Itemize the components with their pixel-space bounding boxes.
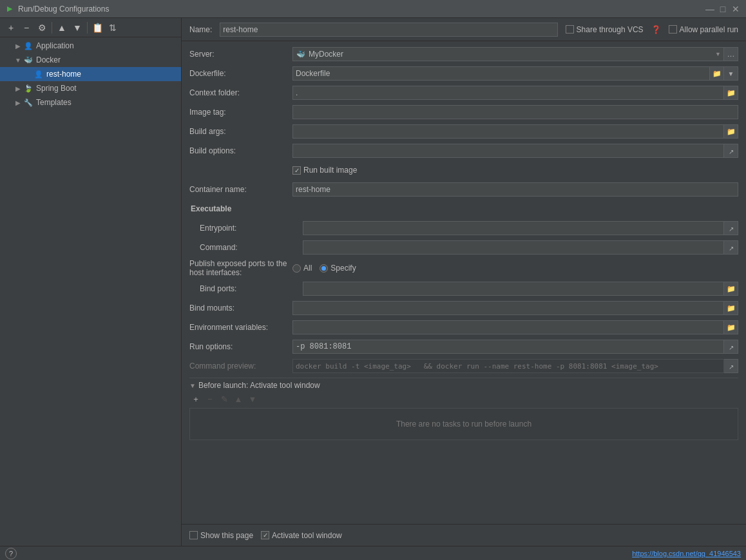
build-args-browse-button[interactable]: 📁 — [724, 124, 738, 139]
container-name-input[interactable] — [292, 182, 738, 197]
command-expand-button[interactable]: ↗ — [724, 240, 738, 255]
server-row: Server: 🐳 MyDocker ▼ … — [189, 46, 738, 62]
application-arrow: ▶ — [13, 41, 23, 51]
dockerfile-input[interactable] — [292, 66, 710, 81]
bind-mounts-browse-button[interactable]: 📁 — [724, 301, 738, 315]
remove-config-button[interactable]: − — [19, 21, 33, 35]
docker-arrow: ▼ — [13, 55, 23, 65]
context-folder-browse-button[interactable]: 📁 — [724, 86, 738, 100]
show-page-checkbox-label[interactable]: Show this page — [189, 531, 253, 540]
before-launch-down-button[interactable]: ▼ — [246, 392, 259, 405]
move-down-button[interactable]: ▼ — [70, 21, 84, 35]
gear-button[interactable]: ⚙ — [35, 21, 49, 35]
command-preview-input-area: ↗ — [292, 359, 738, 373]
before-launch-add-button[interactable]: + — [189, 392, 202, 405]
copy-config-button[interactable]: 📋 — [90, 21, 104, 35]
before-launch-header[interactable]: ▼ Before launch: Activate tool window — [189, 381, 738, 390]
server-docker-icon: 🐳 — [296, 49, 306, 59]
port-specify-radio[interactable] — [320, 264, 328, 273]
sidebar-item-docker[interactable]: ▼ 🐳 Docker — [0, 53, 181, 67]
server-dropdown-arrow: ▼ — [715, 51, 721, 57]
publish-ports-label: Publish exposed ports to the host interf… — [189, 259, 292, 277]
entrypoint-expand-button[interactable]: ↗ — [724, 221, 738, 235]
parallel-run-checkbox[interactable] — [669, 25, 677, 34]
name-label: Name: — [189, 25, 212, 34]
port-specify-text: Specify — [330, 264, 356, 273]
before-launch-empty-message: There are no tasks to run before launch — [189, 408, 738, 440]
build-args-label: Build args: — [189, 127, 292, 136]
show-page-checkbox[interactable] — [189, 531, 198, 539]
image-tag-row: Image tag: — [189, 104, 738, 120]
executable-label: Executable — [189, 204, 231, 213]
bind-mounts-label: Bind mounts: — [189, 304, 292, 313]
env-vars-input[interactable] — [292, 320, 724, 334]
sidebar-item-templates[interactable]: ▶ 🔧 Templates — [0, 95, 181, 110]
status-link[interactable]: https://blog.csdn.net/qq_41946543 — [632, 550, 741, 557]
run-built-image-checkbox-label[interactable]: ✓ Run built image — [292, 166, 357, 175]
run-options-expand-button[interactable]: ↗ — [724, 340, 738, 354]
title-bar-controls: — □ ✕ — [705, 4, 741, 14]
env-vars-browse-button[interactable]: 📁 — [724, 320, 738, 334]
before-launch-up-button[interactable]: ▲ — [232, 392, 245, 405]
build-args-input[interactable] — [292, 124, 724, 139]
env-vars-row: Environment variables: 📁 — [189, 320, 738, 335]
panel-header: Name: Share through VCS ❓ Allow parallel… — [182, 18, 746, 41]
sidebar-item-rest-home[interactable]: 👤 rest-home — [0, 67, 181, 81]
header-right: Share through VCS ❓ Allow parallel run — [566, 25, 738, 34]
entrypoint-input-area: ↗ — [303, 221, 738, 235]
activate-tool-checkbox[interactable]: ✓ — [261, 531, 269, 539]
docker-label: Docker — [36, 55, 61, 64]
build-options-input[interactable] — [292, 144, 724, 158]
bind-mounts-input[interactable] — [292, 301, 724, 315]
move-up-button[interactable]: ▲ — [55, 21, 69, 35]
server-dropdown[interactable]: 🐳 MyDocker ▼ — [292, 47, 724, 61]
rest-home-label: rest-home — [46, 70, 81, 79]
context-folder-input[interactable] — [292, 86, 724, 100]
application-icon: 👤 — [23, 41, 33, 51]
bind-ports-input[interactable] — [303, 282, 724, 296]
share-vcs-checkbox[interactable] — [566, 25, 574, 34]
bind-ports-input-area: 📁 — [303, 282, 738, 296]
server-input-area: 🐳 MyDocker ▼ … — [292, 47, 738, 61]
run-built-image-row: ✓ Run built image — [189, 162, 738, 178]
command-input-area: ↗ — [303, 240, 738, 255]
before-launch-arrow: ▼ — [189, 382, 196, 389]
docker-icon: 🐳 — [23, 55, 33, 65]
sort-button[interactable]: ⇅ — [106, 21, 120, 35]
dockerfile-dropdown-button[interactable]: ▼ — [724, 66, 738, 81]
show-page-label: Show this page — [200, 531, 253, 540]
server-extra-button[interactable]: … — [724, 47, 738, 61]
maximize-button[interactable]: □ — [718, 4, 728, 14]
command-input[interactable] — [303, 240, 724, 255]
close-button[interactable]: ✕ — [731, 4, 741, 14]
build-options-expand-button[interactable]: ↗ — [724, 144, 738, 158]
parallel-run-checkbox-label[interactable]: Allow parallel run — [669, 25, 738, 34]
entrypoint-label: Entrypoint: — [200, 224, 303, 233]
title-bar: ▶ Run/Debug Configurations — □ ✕ — [0, 0, 746, 18]
before-launch-remove-button[interactable]: − — [204, 392, 216, 405]
port-specify-label[interactable]: Specify — [320, 264, 356, 273]
springboot-arrow: ▶ — [13, 83, 23, 93]
entrypoint-input[interactable] — [303, 221, 724, 235]
share-vcs-checkbox-label[interactable]: Share through VCS — [566, 25, 644, 34]
run-options-input[interactable] — [292, 340, 724, 354]
springboot-label: Spring Boot — [36, 84, 77, 93]
help-button[interactable]: ? — [5, 548, 17, 559]
image-tag-input[interactable] — [292, 105, 738, 119]
minimize-button[interactable]: — — [705, 4, 715, 14]
templates-icon: 🔧 — [23, 97, 33, 108]
toolbar-separator-2 — [87, 22, 88, 34]
command-preview-expand-button[interactable]: ↗ — [724, 359, 738, 373]
run-built-image-checkbox[interactable]: ✓ — [292, 166, 301, 175]
dockerfile-browse-button[interactable]: 📁 — [710, 66, 724, 81]
before-launch-edit-button[interactable]: ✎ — [218, 392, 231, 405]
port-all-radio[interactable] — [292, 264, 301, 273]
activate-tool-checkbox-label[interactable]: ✓ Activate tool window — [261, 531, 342, 540]
name-input[interactable] — [220, 23, 557, 37]
port-all-label[interactable]: All — [292, 264, 312, 273]
sidebar-item-application[interactable]: ▶ 👤 Application — [0, 39, 181, 53]
share-vcs-label: Share through VCS — [577, 25, 644, 34]
add-config-button[interactable]: + — [4, 21, 18, 35]
sidebar-item-springboot[interactable]: ▶ 🍃 Spring Boot — [0, 81, 181, 95]
bind-ports-browse-button[interactable]: 📁 — [724, 282, 738, 296]
